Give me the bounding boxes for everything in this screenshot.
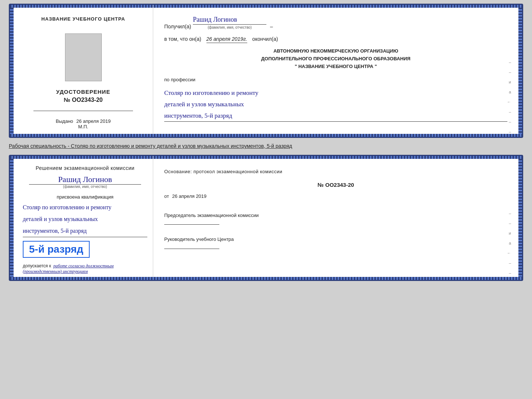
mark-8: – bbox=[509, 129, 511, 134]
chairman-block: Председатель экзаменационной комиссии bbox=[164, 212, 507, 225]
date-line: в том, что он(а) 26 апреля 2019г. окончи… bbox=[164, 36, 507, 42]
bmark-2: – bbox=[509, 221, 511, 225]
decision-text: Решением экзаменационной комиссии bbox=[23, 165, 147, 171]
left-border-stripe bbox=[10, 5, 14, 137]
right-border-stripe-bottom bbox=[518, 156, 522, 280]
mark-5: ← bbox=[507, 100, 511, 104]
director-block: Руководитель учебного Центра bbox=[164, 236, 507, 249]
proto-date-value: 26 апреля 2019 bbox=[172, 193, 207, 199]
recipient-name: Рашид Логинов bbox=[193, 16, 266, 25]
divider-line-1 bbox=[33, 111, 133, 111]
bmark-8: – bbox=[509, 281, 511, 281]
right-border-stripe-top bbox=[518, 5, 522, 137]
bottom-document-card: Решением экзаменационной комиссии Рашид … bbox=[9, 155, 523, 281]
mark-7: – bbox=[509, 120, 511, 124]
допускается-label: допускается к bbox=[23, 263, 51, 268]
director-label: Руководитель учебного Центра bbox=[164, 236, 507, 243]
bmark-6: – bbox=[509, 261, 511, 265]
institution-line3: " НАЗВАНИЕ УЧЕБНОГО ЦЕНТРА " bbox=[164, 63, 507, 71]
completion-date: 26 апреля 2019г. bbox=[206, 36, 247, 43]
page-wrapper: НАЗВАНИЕ УЧЕБНОГО ЦЕНТРА УДОСТОВЕРЕНИЕ №… bbox=[9, 4, 523, 281]
photo-placeholder bbox=[65, 33, 102, 81]
issued-label: Выдано bbox=[56, 118, 73, 124]
prof-line2: деталей и узлов музыкальных bbox=[164, 99, 507, 110]
specialty-text: Рабочая специальность - Столяр по изгото… bbox=[9, 141, 523, 152]
director-signature-line bbox=[164, 249, 219, 249]
proto-date: от 26 апреля 2019 bbox=[164, 193, 507, 199]
finished-label: окончил(а) bbox=[252, 36, 278, 42]
received-label: Получил(а) bbox=[164, 24, 191, 29]
mp-label: М.П. bbox=[78, 124, 88, 129]
bmark-5: ← bbox=[507, 251, 511, 255]
bottom-person-name-container: Рашид Логинов (фамилия, имя, отчество) bbox=[23, 175, 147, 192]
in-that-label: в том, что он(а) bbox=[164, 36, 201, 42]
mark-4: а bbox=[509, 90, 511, 94]
bmark-3: и bbox=[509, 231, 511, 235]
profession-value: Столяр по изготовлению и ремонту деталей… bbox=[164, 88, 507, 122]
qual-line3: инструментов, 5-й разряд bbox=[23, 225, 147, 237]
prof-line1: Столяр по изготовлению и ремонту bbox=[164, 88, 507, 99]
basis-text: Основание: протокол экзаменационной коми… bbox=[164, 169, 507, 174]
issued-line: Выдано 26 апреля 2019 bbox=[56, 118, 111, 124]
institution-line1: АВТОНОМНУЮ НЕКОММЕРЧЕСКУЮ ОРГАНИЗАЦИЮ bbox=[164, 47, 507, 55]
chairman-signature-line bbox=[164, 224, 219, 225]
proto-date-prefix: от bbox=[164, 193, 169, 199]
recipient-block: Рашид Логинов (фамилия, имя, отчество) bbox=[193, 16, 266, 29]
bmark-1: – bbox=[509, 211, 511, 215]
chairman-label: Председатель экзаменационной комиссии bbox=[164, 212, 507, 219]
prof-line3: инструментов, 5-й разряд bbox=[164, 110, 507, 122]
rank-badge: 5-й разряд bbox=[23, 241, 90, 258]
qual-line2: деталей и узлов музыкальных bbox=[23, 213, 147, 225]
dash-separator: – bbox=[270, 24, 273, 29]
right-edge-marks-top: – – и а ← – – – – bbox=[507, 60, 511, 138]
top-document-card: НАЗВАНИЕ УЧЕБНОГО ЦЕНТРА УДОСТОВЕРЕНИЕ №… bbox=[9, 4, 523, 138]
bottom-doc-right-panel: Основание: протокол экзаменационной коми… bbox=[153, 156, 518, 280]
recipient-fio-sub: (фамилия, имя, отчество) bbox=[193, 25, 266, 29]
cert-heading: УДОСТОВЕРЕНИЕ bbox=[56, 89, 110, 95]
rank-badge-text: 5-й разряд bbox=[29, 243, 83, 255]
mark-2: – bbox=[509, 70, 511, 74]
bmark-7: – bbox=[509, 271, 511, 275]
right-edge-marks-bottom: – – и а ← – – – – bbox=[507, 211, 511, 281]
bottom-doc-left-panel: Решением экзаменационной комиссии Рашид … bbox=[14, 156, 153, 280]
institution-line2: ДОПОЛНИТЕЛЬНОГО ПРОФЕССИОНАЛЬНОГО ОБРАЗО… bbox=[164, 55, 507, 63]
qualification-label: присвоена квалификация bbox=[23, 194, 147, 200]
proto-number: № OO2343-20 bbox=[164, 182, 507, 188]
cert-number-top: № OO2343-20 bbox=[64, 97, 103, 103]
mp-container: М.П. bbox=[78, 124, 88, 129]
mark-3: и bbox=[509, 80, 511, 84]
mark-6: – bbox=[509, 110, 511, 114]
left-border-stripe-bottom bbox=[10, 156, 14, 280]
bmark-4: а bbox=[509, 241, 511, 245]
recipient-line: Получил(а) Рашид Логинов (фамилия, имя, … bbox=[164, 16, 507, 29]
profession-label: по профессии bbox=[164, 77, 507, 82]
institution-block: АВТОНОМНУЮ НЕКОММЕРЧЕСКУЮ ОРГАНИЗАЦИЮ ДО… bbox=[164, 47, 507, 70]
school-name-top: НАЗВАНИЕ УЧЕБНОГО ЦЕНТРА bbox=[41, 16, 125, 22]
top-doc-left-panel: НАЗВАНИЕ УЧЕБНОГО ЦЕНТРА УДОСТОВЕРЕНИЕ №… bbox=[14, 5, 153, 137]
issued-date: 26 апреля 2019 bbox=[76, 118, 111, 124]
допускается-line: допускается к работе согласно должностны… bbox=[23, 263, 147, 274]
mark-1: – bbox=[509, 60, 511, 64]
bottom-fio-sub: (фамилия, имя, отчество) bbox=[23, 185, 147, 189]
top-doc-right-panel: Получил(а) Рашид Логинов (фамилия, имя, … bbox=[153, 5, 518, 137]
bottom-person-name: Рашид Логинов bbox=[29, 175, 141, 185]
qualification-value: Столяр по изготовлению и ремонту деталей… bbox=[23, 202, 147, 237]
qual-line1: Столяр по изготовлению и ремонту bbox=[23, 202, 147, 213]
